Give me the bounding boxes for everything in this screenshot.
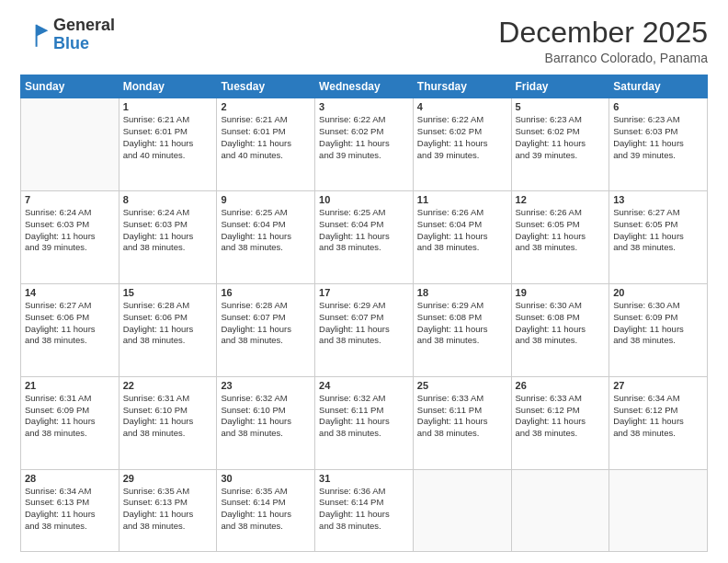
cell-info: Sunrise: 6:30 AM Sunset: 6:08 PM Dayligh… bbox=[516, 300, 606, 347]
cell-info: Sunrise: 6:23 AM Sunset: 6:02 PM Dayligh… bbox=[516, 114, 606, 161]
calendar-cell: 19Sunrise: 6:30 AM Sunset: 6:08 PM Dayli… bbox=[511, 283, 609, 376]
day-number: 31 bbox=[319, 473, 409, 484]
cell-info: Sunrise: 6:26 AM Sunset: 6:05 PM Dayligh… bbox=[516, 207, 606, 254]
day-number: 11 bbox=[417, 194, 507, 205]
calendar-cell: 27Sunrise: 6:34 AM Sunset: 6:12 PM Dayli… bbox=[609, 376, 708, 469]
calendar-header-thursday: Thursday bbox=[413, 75, 511, 98]
cell-info: Sunrise: 6:25 AM Sunset: 6:04 PM Dayligh… bbox=[221, 207, 311, 254]
calendar-cell bbox=[511, 469, 609, 551]
calendar-header-row: SundayMondayTuesdayWednesdayThursdayFrid… bbox=[21, 75, 708, 98]
calendar-cell: 2Sunrise: 6:21 AM Sunset: 6:01 PM Daylig… bbox=[217, 98, 315, 191]
calendar-cell: 16Sunrise: 6:28 AM Sunset: 6:07 PM Dayli… bbox=[217, 283, 315, 376]
calendar-cell: 11Sunrise: 6:26 AM Sunset: 6:04 PM Dayli… bbox=[413, 191, 511, 284]
day-number: 10 bbox=[319, 194, 409, 205]
header: General Blue December 2025 Barranco Colo… bbox=[20, 17, 708, 65]
cell-info: Sunrise: 6:28 AM Sunset: 6:06 PM Dayligh… bbox=[123, 300, 213, 347]
main-title: December 2025 bbox=[498, 17, 708, 49]
calendar-cell: 26Sunrise: 6:33 AM Sunset: 6:12 PM Dayli… bbox=[511, 376, 609, 469]
calendar-header-tuesday: Tuesday bbox=[217, 75, 315, 98]
calendar-cell: 3Sunrise: 6:22 AM Sunset: 6:02 PM Daylig… bbox=[315, 98, 414, 191]
day-number: 18 bbox=[417, 287, 507, 298]
day-number: 3 bbox=[319, 101, 409, 112]
logo: General Blue bbox=[20, 17, 115, 53]
day-number: 29 bbox=[123, 473, 213, 484]
day-number: 27 bbox=[613, 380, 703, 391]
day-number: 17 bbox=[319, 287, 409, 298]
cell-info: Sunrise: 6:21 AM Sunset: 6:01 PM Dayligh… bbox=[123, 114, 213, 161]
day-number: 23 bbox=[221, 380, 311, 391]
title-block: December 2025 Barranco Colorado, Panama bbox=[498, 17, 708, 65]
day-number: 20 bbox=[613, 287, 703, 298]
calendar-week-5: 28Sunrise: 6:34 AM Sunset: 6:13 PM Dayli… bbox=[21, 469, 708, 551]
cell-info: Sunrise: 6:35 AM Sunset: 6:13 PM Dayligh… bbox=[123, 486, 213, 533]
day-number: 13 bbox=[613, 194, 703, 205]
calendar-cell: 6Sunrise: 6:23 AM Sunset: 6:03 PM Daylig… bbox=[609, 98, 708, 191]
day-number: 9 bbox=[221, 194, 311, 205]
logo-text: General Blue bbox=[53, 17, 115, 53]
calendar-cell: 21Sunrise: 6:31 AM Sunset: 6:09 PM Dayli… bbox=[21, 376, 119, 469]
cell-info: Sunrise: 6:32 AM Sunset: 6:11 PM Dayligh… bbox=[319, 393, 409, 440]
calendar-cell: 4Sunrise: 6:22 AM Sunset: 6:02 PM Daylig… bbox=[413, 98, 511, 191]
cell-info: Sunrise: 6:31 AM Sunset: 6:09 PM Dayligh… bbox=[25, 393, 115, 440]
calendar-cell bbox=[413, 469, 511, 551]
calendar-cell bbox=[21, 98, 119, 191]
calendar-week-1: 1Sunrise: 6:21 AM Sunset: 6:01 PM Daylig… bbox=[21, 98, 708, 191]
calendar-cell: 10Sunrise: 6:25 AM Sunset: 6:04 PM Dayli… bbox=[315, 191, 414, 284]
cell-info: Sunrise: 6:23 AM Sunset: 6:03 PM Dayligh… bbox=[613, 114, 703, 161]
calendar-cell: 17Sunrise: 6:29 AM Sunset: 6:07 PM Dayli… bbox=[315, 283, 414, 376]
cell-info: Sunrise: 6:29 AM Sunset: 6:07 PM Dayligh… bbox=[319, 300, 409, 347]
calendar-cell: 29Sunrise: 6:35 AM Sunset: 6:13 PM Dayli… bbox=[119, 469, 217, 551]
calendar-week-2: 7Sunrise: 6:24 AM Sunset: 6:03 PM Daylig… bbox=[21, 191, 708, 284]
calendar-cell: 24Sunrise: 6:32 AM Sunset: 6:11 PM Dayli… bbox=[315, 376, 414, 469]
day-number: 21 bbox=[25, 380, 115, 391]
svg-marker-0 bbox=[37, 25, 49, 37]
day-number: 19 bbox=[516, 287, 606, 298]
cell-info: Sunrise: 6:28 AM Sunset: 6:07 PM Dayligh… bbox=[221, 300, 311, 347]
calendar-cell: 18Sunrise: 6:29 AM Sunset: 6:08 PM Dayli… bbox=[413, 283, 511, 376]
cell-info: Sunrise: 6:25 AM Sunset: 6:04 PM Dayligh… bbox=[319, 207, 409, 254]
cell-info: Sunrise: 6:21 AM Sunset: 6:01 PM Dayligh… bbox=[221, 114, 311, 161]
day-number: 30 bbox=[221, 473, 311, 484]
day-number: 15 bbox=[123, 287, 213, 298]
cell-info: Sunrise: 6:34 AM Sunset: 6:13 PM Dayligh… bbox=[25, 486, 115, 533]
cell-info: Sunrise: 6:33 AM Sunset: 6:11 PM Dayligh… bbox=[417, 393, 507, 440]
calendar-cell: 28Sunrise: 6:34 AM Sunset: 6:13 PM Dayli… bbox=[21, 469, 119, 551]
cell-info: Sunrise: 6:24 AM Sunset: 6:03 PM Dayligh… bbox=[123, 207, 213, 254]
calendar-header-sunday: Sunday bbox=[21, 75, 119, 98]
cell-info: Sunrise: 6:22 AM Sunset: 6:02 PM Dayligh… bbox=[319, 114, 409, 161]
calendar-cell: 8Sunrise: 6:24 AM Sunset: 6:03 PM Daylig… bbox=[119, 191, 217, 284]
calendar-cell: 9Sunrise: 6:25 AM Sunset: 6:04 PM Daylig… bbox=[217, 191, 315, 284]
calendar-cell: 20Sunrise: 6:30 AM Sunset: 6:09 PM Dayli… bbox=[609, 283, 708, 376]
calendar-cell: 5Sunrise: 6:23 AM Sunset: 6:02 PM Daylig… bbox=[511, 98, 609, 191]
calendar-cell: 1Sunrise: 6:21 AM Sunset: 6:01 PM Daylig… bbox=[119, 98, 217, 191]
day-number: 25 bbox=[417, 380, 507, 391]
cell-info: Sunrise: 6:27 AM Sunset: 6:06 PM Dayligh… bbox=[25, 300, 115, 347]
calendar-cell: 31Sunrise: 6:36 AM Sunset: 6:14 PM Dayli… bbox=[315, 469, 414, 551]
calendar-cell: 12Sunrise: 6:26 AM Sunset: 6:05 PM Dayli… bbox=[511, 191, 609, 284]
day-number: 1 bbox=[123, 101, 213, 112]
calendar-header-saturday: Saturday bbox=[609, 75, 708, 98]
day-number: 26 bbox=[516, 380, 606, 391]
calendar-week-3: 14Sunrise: 6:27 AM Sunset: 6:06 PM Dayli… bbox=[21, 283, 708, 376]
day-number: 7 bbox=[25, 194, 115, 205]
calendar-cell: 23Sunrise: 6:32 AM Sunset: 6:10 PM Dayli… bbox=[217, 376, 315, 469]
cell-info: Sunrise: 6:36 AM Sunset: 6:14 PM Dayligh… bbox=[319, 486, 409, 533]
calendar-week-4: 21Sunrise: 6:31 AM Sunset: 6:09 PM Dayli… bbox=[21, 376, 708, 469]
calendar-cell: 7Sunrise: 6:24 AM Sunset: 6:03 PM Daylig… bbox=[21, 191, 119, 284]
cell-info: Sunrise: 6:32 AM Sunset: 6:10 PM Dayligh… bbox=[221, 393, 311, 440]
day-number: 28 bbox=[25, 473, 115, 484]
calendar-cell: 13Sunrise: 6:27 AM Sunset: 6:05 PM Dayli… bbox=[609, 191, 708, 284]
day-number: 16 bbox=[221, 287, 311, 298]
cell-info: Sunrise: 6:35 AM Sunset: 6:14 PM Dayligh… bbox=[221, 486, 311, 533]
calendar-header-wednesday: Wednesday bbox=[315, 75, 414, 98]
calendar-cell bbox=[609, 469, 708, 551]
day-number: 2 bbox=[221, 101, 311, 112]
cell-info: Sunrise: 6:34 AM Sunset: 6:12 PM Dayligh… bbox=[613, 393, 703, 440]
cell-info: Sunrise: 6:31 AM Sunset: 6:10 PM Dayligh… bbox=[123, 393, 213, 440]
cell-info: Sunrise: 6:27 AM Sunset: 6:05 PM Dayligh… bbox=[613, 207, 703, 254]
calendar-cell: 15Sunrise: 6:28 AM Sunset: 6:06 PM Dayli… bbox=[119, 283, 217, 376]
calendar-cell: 14Sunrise: 6:27 AM Sunset: 6:06 PM Dayli… bbox=[21, 283, 119, 376]
subtitle: Barranco Colorado, Panama bbox=[498, 51, 708, 65]
cell-info: Sunrise: 6:30 AM Sunset: 6:09 PM Dayligh… bbox=[613, 300, 703, 347]
calendar-header-friday: Friday bbox=[511, 75, 609, 98]
